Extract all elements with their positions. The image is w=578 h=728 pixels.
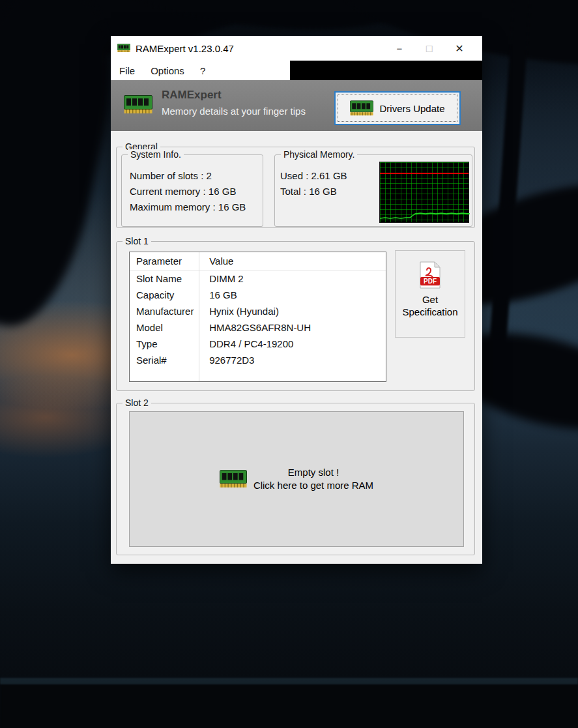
table-row[interactable]: Type DDR4 / PC4-19200 xyxy=(130,336,386,352)
current-memory-text: Current memory : 16 GB xyxy=(130,184,263,199)
get-specification-label: Get Specification xyxy=(399,293,461,318)
param-serial: Serial# xyxy=(130,352,199,368)
system-info-label: System Info. xyxy=(128,149,184,160)
slot1-group: Slot 1 Parameter Value Slot Name DIMM 2 … xyxy=(116,241,475,391)
foreground-shadow xyxy=(0,680,578,728)
menu-options[interactable]: Options xyxy=(151,65,184,76)
app-name: RAMExpert xyxy=(162,89,222,102)
app-ram-icon xyxy=(117,44,130,53)
value-slot-name: DIMM 2 xyxy=(201,270,244,287)
ram-icon xyxy=(220,470,247,489)
system-info-group: System Info. Number of slots : 2 Current… xyxy=(121,154,263,227)
drivers-update-label: Drivers Update xyxy=(379,103,444,114)
table-header-row[interactable]: Parameter Value xyxy=(130,252,386,270)
slot2-group-label: Slot 2 xyxy=(123,398,151,409)
maximum-memory-text: Maximum memory : 16 GB xyxy=(130,199,263,215)
empty-slot-subtitle: Click here to get more RAM xyxy=(253,479,373,492)
pdf-icon: PDF xyxy=(418,261,442,289)
value-serial: 926772D3 xyxy=(201,352,254,368)
desktop-background: RAMExpert v1.23.0.47 − ◻ ✕ File Options … xyxy=(0,0,578,728)
horizon-line xyxy=(0,678,578,684)
column-divider xyxy=(199,252,199,381)
maximize-button[interactable]: ◻ xyxy=(414,36,444,61)
window-title: RAMExpert v1.23.0.47 xyxy=(136,43,234,54)
drivers-card-icon xyxy=(350,100,373,117)
value-manufacturer: Hynix (Hyundai) xyxy=(201,303,279,319)
empty-slot-title: Empty slot ! xyxy=(288,466,339,479)
table-row[interactable]: Manufacturer Hynix (Hyundai) xyxy=(130,303,386,319)
slot1-group-label: Slot 1 xyxy=(123,236,151,247)
value-type: DDR4 / PC4-19200 xyxy=(201,336,293,352)
slots-count-text: Number of slots : 2 xyxy=(130,168,263,184)
table-row[interactable]: Capacity 16 GB xyxy=(130,287,386,303)
param-capacity: Capacity xyxy=(130,287,199,303)
value-model: HMA82GS6AFR8N-UH xyxy=(201,319,311,336)
ramexpert-window: RAMExpert v1.23.0.47 − ◻ ✕ File Options … xyxy=(111,36,482,564)
param-manufacturer: Manufacturer xyxy=(130,303,199,319)
graph-usage-line xyxy=(380,162,470,224)
minimize-button[interactable]: − xyxy=(384,36,414,61)
table-row[interactable]: Model HMA82GS6AFR8N-UH xyxy=(130,319,386,336)
window-controls: − ◻ ✕ xyxy=(384,36,474,61)
ram-icon xyxy=(124,95,152,115)
slot1-table: Parameter Value Slot Name DIMM 2 Capacit… xyxy=(129,252,386,382)
table-row[interactable]: Serial# 926772D3 xyxy=(130,352,386,368)
empty-slot-panel[interactable]: Empty slot ! Click here to get more RAM xyxy=(129,411,464,547)
app-tagline: Memory details at your finger tips xyxy=(162,106,306,117)
physical-memory-label: Physical Memory. xyxy=(281,149,357,160)
close-button[interactable]: ✕ xyxy=(444,36,474,61)
menu-help[interactable]: ? xyxy=(200,65,205,76)
param-slot-name: Slot Name xyxy=(130,270,199,287)
get-specification-button[interactable]: PDF Get Specification xyxy=(395,250,465,338)
pdf-badge-text: PDF xyxy=(424,278,437,285)
title-bar[interactable]: RAMExpert v1.23.0.47 − ◻ ✕ xyxy=(111,36,482,61)
col-value: Value xyxy=(201,252,233,270)
menu-bar: File Options ? xyxy=(111,61,482,80)
client-area: General System Info. Number of slots : 2… xyxy=(111,131,482,564)
physical-memory-group: Physical Memory. Used : 2.61 GB Total : … xyxy=(274,154,472,227)
param-model: Model xyxy=(130,319,199,336)
memory-usage-graph xyxy=(379,162,469,223)
header-banner: RAMExpert Memory details at your finger … xyxy=(111,80,482,131)
table-row[interactable]: Slot Name DIMM 2 xyxy=(130,270,386,287)
param-type: Type xyxy=(130,336,199,352)
col-parameter: Parameter xyxy=(130,252,199,270)
value-capacity: 16 GB xyxy=(201,287,237,303)
general-group: General System Info. Number of slots : 2… xyxy=(116,147,475,228)
menubar-dark-strip xyxy=(290,61,482,80)
slot2-group: Slot 2 xyxy=(116,403,475,555)
drivers-update-button[interactable]: Drivers Update xyxy=(334,91,461,125)
menu-file[interactable]: File xyxy=(119,65,135,76)
